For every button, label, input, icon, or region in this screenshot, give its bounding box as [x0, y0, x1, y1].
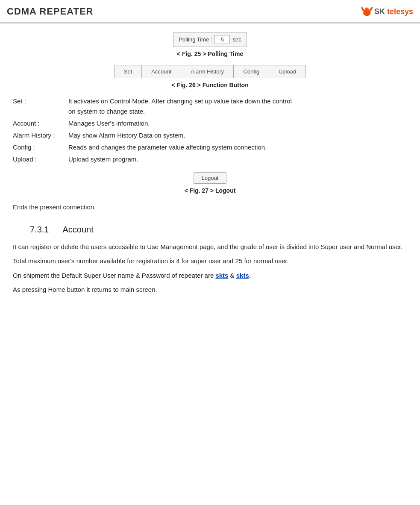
fig27-section: Logout < Fig. 27 > Logout [13, 172, 407, 194]
desc-config-value: Reads and changes the parameter value af… [68, 142, 407, 153]
page-header: CDMA REPEATER SK telesys [0, 0, 420, 23]
logo-text: SK telesys [374, 7, 413, 16]
para-4: As pressing Home button it returns to ma… [13, 284, 407, 295]
main-content: Polling Time : 5 sec < Fig. 25 > Polling… [0, 23, 420, 307]
polling-time-box: Polling Time : 5 sec [173, 32, 247, 47]
desc-config-label: Config : [13, 142, 68, 153]
polling-time-value: 5 [214, 35, 230, 44]
polling-time-unit: sec [232, 36, 241, 43]
desc-set-value: It activates on Control Mode. After chan… [68, 96, 407, 117]
para-1: It can register or delete the users acce… [13, 241, 407, 252]
fig27-caption: < Fig. 27 > Logout [185, 187, 236, 194]
link-skts-1[interactable]: skts [215, 272, 228, 279]
set-button[interactable]: Set [115, 65, 142, 78]
section-title: Account [62, 225, 93, 235]
link-skts-2[interactable]: skts [236, 272, 249, 279]
upload-button[interactable]: Upload [269, 65, 305, 78]
desc-account-label: Account : [13, 118, 68, 129]
sk-telesys-logo-icon [358, 3, 374, 20]
config-button[interactable]: Config [234, 65, 269, 78]
alarm-history-button[interactable]: Alarm History [181, 65, 234, 78]
desc-account: Account : Manages User's information. [13, 118, 407, 129]
function-button-bar: Set Account Alarm History Config Upload [114, 65, 306, 78]
para-3: On shipment the Default Super User name … [13, 270, 407, 281]
page-title: CDMA REPEATER [7, 6, 93, 17]
desc-upload-value: Upload system program. [68, 154, 407, 164]
desc-alarm-history-value: May show Alarm History Data on system. [68, 130, 407, 141]
fig25-caption: < Fig. 25 > Polling Time [177, 50, 243, 57]
section-heading: 7.3.1 Account [13, 225, 407, 235]
logout-button[interactable]: Logout [194, 172, 227, 184]
desc-upload-label: Upload : [13, 154, 68, 164]
logo-container: SK telesys [358, 3, 413, 20]
fig26-caption: < Fig. 26 > Function Button [171, 82, 248, 88]
desc-account-value: Manages User's information. [68, 118, 407, 129]
descriptions-section: Set : It activates on Control Mode. Afte… [13, 96, 407, 164]
fig25-section: Polling Time : 5 sec < Fig. 25 > Polling… [13, 32, 407, 57]
desc-alarm-history: Alarm History : May show Alarm History D… [13, 130, 407, 141]
desc-set: Set : It activates on Control Mode. Afte… [13, 96, 407, 117]
fig26-section: Set Account Alarm History Config Upload … [13, 65, 407, 88]
section-number: 7.3.1 [30, 225, 49, 235]
polling-time-label: Polling Time : [179, 36, 212, 43]
ends-connection-text: Ends the present connection. [13, 202, 407, 213]
desc-set-label: Set : [13, 96, 68, 117]
para-2: Total maximum user's number available fo… [13, 255, 407, 267]
desc-alarm-history-label: Alarm History : [13, 130, 68, 141]
account-button[interactable]: Account [142, 65, 181, 78]
desc-upload: Upload : Upload system program. [13, 154, 407, 164]
desc-config: Config : Reads and changes the parameter… [13, 142, 407, 153]
